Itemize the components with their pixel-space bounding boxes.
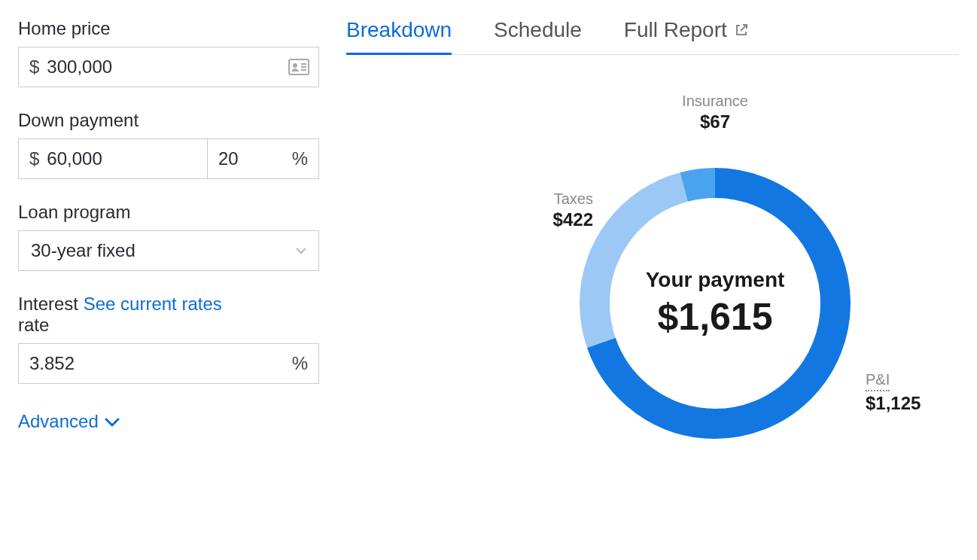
loan-program-value: 30-year fixed xyxy=(31,240,135,261)
caret-down-icon xyxy=(296,244,306,257)
tab-full-report[interactable]: Full Report xyxy=(624,18,748,55)
segment-value-taxes: $422 xyxy=(503,209,593,230)
home-price-input[interactable] xyxy=(39,56,288,78)
tab-breakdown[interactable]: Breakdown xyxy=(346,18,452,55)
tabs-bar: Breakdown Schedule Full Report xyxy=(346,18,959,55)
loan-program-select[interactable]: 30-year fixed xyxy=(18,230,319,271)
loan-program-label: Loan program xyxy=(18,202,319,223)
segment-value-insurance: $67 xyxy=(659,111,772,132)
segment-label-pi: P&I $1,125 xyxy=(866,371,926,414)
currency-prefix: $ xyxy=(19,56,39,78)
segment-value-pi: $1,125 xyxy=(866,393,926,414)
tab-full-report-label: Full Report xyxy=(624,18,727,42)
tab-schedule[interactable]: Schedule xyxy=(494,18,582,55)
external-link-icon xyxy=(735,18,748,42)
tab-schedule-label: Schedule xyxy=(494,18,582,42)
segment-name-insurance: Insurance xyxy=(659,93,772,110)
loan-program-group: Loan program 30-year fixed xyxy=(18,202,319,271)
home-price-input-wrap[interactable]: $ xyxy=(18,47,319,87)
down-payment-percent-wrap[interactable]: % xyxy=(208,138,319,179)
form-panel: Home price $ Down payment xyxy=(18,18,319,476)
chevron-down-icon xyxy=(105,411,120,432)
down-payment-amount-wrap[interactable]: $ xyxy=(18,138,208,179)
tab-breakdown-label: Breakdown xyxy=(346,18,452,42)
donut-chart: Your payment $1,615 Insurance $67 Taxes … xyxy=(346,85,918,476)
down-payment-group: Down payment $ % xyxy=(18,110,319,179)
home-price-group: Home price $ xyxy=(18,18,319,87)
donut-svg xyxy=(572,160,858,446)
see-current-rates-link[interactable]: See current rates xyxy=(84,294,222,314)
svg-point-1 xyxy=(293,63,297,68)
results-panel: Breakdown Schedule Full Report xyxy=(346,18,959,476)
segment-name-pi: P&I xyxy=(866,371,890,391)
segment-label-insurance: Insurance $67 xyxy=(659,93,772,132)
segment-label-taxes: Taxes $422 xyxy=(503,190,593,230)
advanced-label: Advanced xyxy=(18,411,99,432)
percent-suffix: % xyxy=(292,353,318,374)
down-payment-label: Down payment xyxy=(18,110,319,131)
percent-suffix: % xyxy=(292,148,318,169)
interest-label-part2: rate xyxy=(18,315,49,335)
currency-prefix: $ xyxy=(19,148,39,169)
interest-group: Interest See current rates rate % xyxy=(18,294,319,384)
segment-name-taxes: Taxes xyxy=(503,190,593,208)
home-price-label: Home price xyxy=(18,18,319,39)
down-payment-percent-input[interactable] xyxy=(208,148,292,169)
interest-label-part1: Interest xyxy=(18,294,78,314)
interest-rate-wrap[interactable]: % xyxy=(18,343,319,384)
down-payment-amount-input[interactable] xyxy=(39,148,207,169)
advanced-toggle[interactable]: Advanced xyxy=(18,411,120,432)
contact-card-icon xyxy=(288,59,318,75)
interest-rate-input[interactable] xyxy=(19,353,292,374)
